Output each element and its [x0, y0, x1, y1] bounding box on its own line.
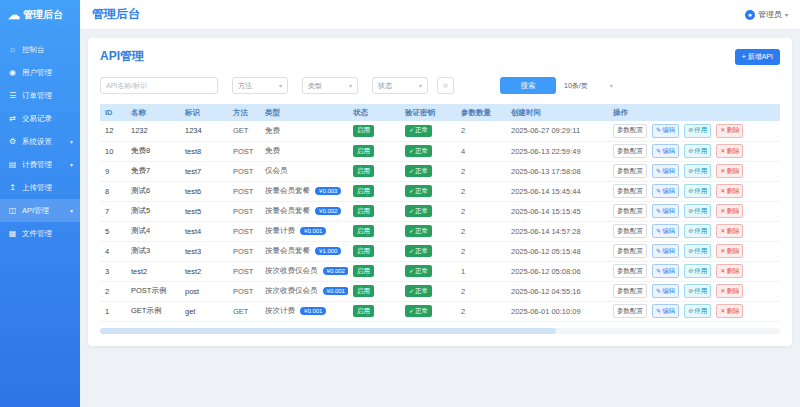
sidebar-item-api[interactable]: ◫ API管理 ▾: [0, 199, 80, 222]
sidebar-item-upload[interactable]: ↥ 上传管理: [0, 176, 80, 199]
sidebar-item-files[interactable]: ▦ 文件管理: [0, 222, 80, 245]
disable-button[interactable]: ⊘停用: [684, 284, 711, 298]
api-type-label: 按量计费: [265, 226, 295, 235]
edit-button[interactable]: ✎编辑: [652, 244, 679, 258]
disable-button[interactable]: ⊘停用: [684, 304, 711, 318]
edit-button[interactable]: ✎编辑: [652, 204, 679, 218]
disable-icon: ⊘: [688, 228, 693, 234]
verify-badge: ✓正常: [405, 205, 432, 217]
edit-button[interactable]: ✎编辑: [652, 284, 679, 298]
disable-button[interactable]: ⊘停用: [684, 244, 711, 258]
reset-button[interactable]: ○: [437, 77, 454, 94]
disable-button[interactable]: ⊘停用: [684, 224, 711, 238]
user-menu[interactable]: ● 管理员 ▾: [745, 9, 788, 20]
check-icon: ✓: [409, 268, 414, 274]
delete-button[interactable]: ✕删除: [716, 304, 743, 318]
column-header: 类型: [260, 104, 348, 121]
disable-button[interactable]: ⊘停用: [684, 204, 711, 218]
edit-button[interactable]: ✎编辑: [652, 184, 679, 198]
check-icon: ✓: [409, 168, 414, 174]
page-size-select[interactable]: 10条/页 ▾: [564, 81, 613, 91]
edit-icon: ✎: [656, 228, 661, 234]
status-badge: 启用: [353, 205, 374, 217]
delete-button[interactable]: ✕删除: [716, 164, 743, 178]
edit-button[interactable]: ✎编辑: [652, 124, 679, 138]
delete-button[interactable]: ✕删除: [716, 224, 743, 238]
disable-icon: ⊘: [688, 188, 693, 194]
horizontal-scrollbar-track: [100, 328, 780, 334]
add-api-button[interactable]: + 新增API: [735, 49, 780, 65]
api-type-label: 按次收费仅会员: [265, 286, 318, 295]
method-select[interactable]: 方法 ▾: [232, 77, 288, 94]
keyword-search-input[interactable]: [100, 77, 218, 94]
status-badge: 启用: [353, 145, 374, 157]
params-config-button[interactable]: 参数配置: [613, 184, 647, 198]
params-config-button[interactable]: 参数配置: [613, 144, 647, 158]
delete-button[interactable]: ✕删除: [716, 124, 743, 138]
sidebar-item-transactions[interactable]: ⇄ 交易记录: [0, 107, 80, 130]
sidebar-item-orders[interactable]: ☰ 订单管理: [0, 84, 80, 107]
api-type-label: 免费: [265, 126, 280, 135]
disable-button[interactable]: ⊘停用: [684, 184, 711, 198]
edit-button[interactable]: ✎编辑: [652, 224, 679, 238]
disable-button[interactable]: ⊘停用: [684, 124, 711, 138]
edit-button[interactable]: ✎编辑: [652, 164, 679, 178]
verify-badge: ✓正常: [405, 225, 432, 237]
api-type-label: 按量会员套餐: [265, 206, 310, 215]
disable-icon: ⊘: [688, 248, 693, 254]
delete-button[interactable]: ✕删除: [716, 244, 743, 258]
sidebar-item-settings[interactable]: ⚙ 系统设置 ▾: [0, 130, 80, 153]
delete-button[interactable]: ✕删除: [716, 284, 743, 298]
api-type-label: 仅会员: [265, 166, 288, 175]
horizontal-scrollbar-thumb[interactable]: [100, 328, 556, 334]
api-management-card: API管理 + 新增API 方法 ▾ 类型 ▾ 状态 ▾ ○ 搜索 10条/页: [88, 38, 792, 346]
table-row: 12 1232 1234 GET 免费 启用 ✓正常 2 2025-06-27 …: [100, 121, 780, 141]
sidebar-item-users[interactable]: ◉ 用户管理: [0, 61, 80, 84]
check-icon: ✓: [409, 248, 414, 254]
edit-icon: ✎: [656, 268, 661, 274]
delete-button[interactable]: ✕删除: [716, 184, 743, 198]
params-config-button[interactable]: 参数配置: [613, 264, 647, 278]
app-logo: ☁ 管理后台: [0, 0, 80, 30]
edit-icon: ✎: [656, 127, 661, 133]
delete-button[interactable]: ✕删除: [716, 204, 743, 218]
params-config-button[interactable]: 参数配置: [613, 224, 647, 238]
delete-button[interactable]: ✕删除: [716, 144, 743, 158]
disable-button[interactable]: ⊘停用: [684, 144, 711, 158]
disable-icon: ⊘: [688, 288, 693, 294]
check-icon: ✓: [409, 127, 414, 133]
sidebar-item-billing[interactable]: ▤ 计费管理 ▾: [0, 153, 80, 176]
delete-icon: ✕: [720, 288, 725, 294]
params-config-button[interactable]: 参数配置: [613, 124, 647, 138]
edit-button[interactable]: ✎编辑: [652, 264, 679, 278]
disable-button[interactable]: ⊘停用: [684, 164, 711, 178]
params-config-button[interactable]: 参数配置: [613, 244, 647, 258]
topbar-title: 管理后台: [92, 6, 140, 23]
params-config-button[interactable]: 参数配置: [613, 164, 647, 178]
params-config-button[interactable]: 参数配置: [613, 204, 647, 218]
disable-button[interactable]: ⊘停用: [684, 264, 711, 278]
table-row: 7 测试5 test5 POST 按量会员套餐 ¥0.002 启用 ✓正常 2 …: [100, 201, 780, 221]
table-row: 5 测试4 test4 POST 按量计费 ¥0.001 启用 ✓正常 2 20…: [100, 221, 780, 241]
params-config-button[interactable]: 参数配置: [613, 304, 647, 318]
price-badge: ¥0.001: [323, 287, 348, 295]
orders-icon: ☰: [7, 91, 18, 100]
edit-button[interactable]: ✎编辑: [652, 144, 679, 158]
edit-icon: ✎: [656, 308, 661, 314]
type-select[interactable]: 类型 ▾: [302, 77, 358, 94]
search-button[interactable]: 搜索: [500, 77, 556, 94]
table-row: 2 POST示例 post POST 按次收费仅会员 ¥0.001 启用 ✓正常…: [100, 281, 780, 301]
dashboard-icon: ⌂: [7, 45, 18, 54]
delete-icon: ✕: [720, 127, 725, 133]
verify-badge: ✓正常: [405, 145, 432, 157]
params-config-button[interactable]: 参数配置: [613, 284, 647, 298]
delete-button[interactable]: ✕删除: [716, 264, 743, 278]
upload-icon: ↥: [7, 183, 18, 192]
edit-button[interactable]: ✎编辑: [652, 304, 679, 318]
status-badge: 启用: [353, 245, 374, 257]
sidebar-item-dashboard[interactable]: ⌂ 控制台: [0, 38, 80, 61]
status-select[interactable]: 状态 ▾: [372, 77, 428, 94]
edit-icon: ✎: [656, 288, 661, 294]
delete-icon: ✕: [720, 228, 725, 234]
check-icon: ✓: [409, 308, 414, 314]
